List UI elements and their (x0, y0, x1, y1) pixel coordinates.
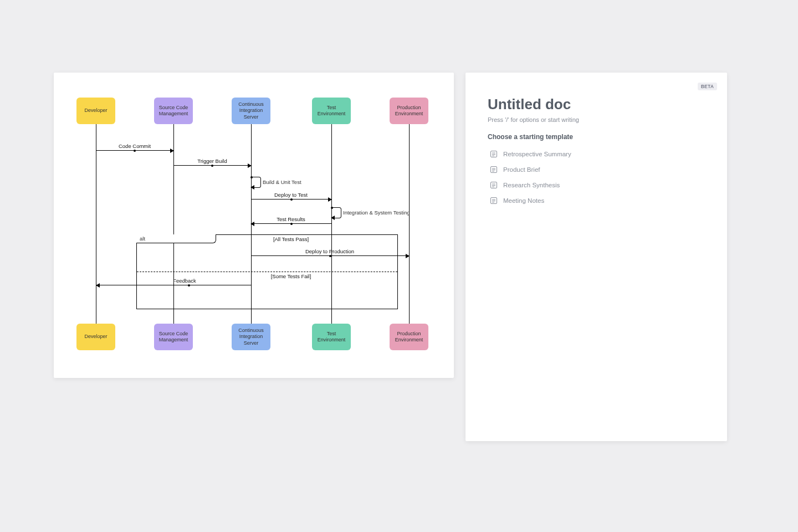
arrow-test-results (251, 223, 331, 224)
msg-feedback: Feedback (173, 278, 196, 284)
template-label: Meeting Notes (503, 197, 544, 204)
template-label: Product Brief (503, 166, 540, 173)
participant-developer-bottom[interactable]: Developer (76, 324, 115, 350)
msg-build-unit-test: Build & Unit Test (263, 179, 301, 185)
beta-badge: BETA (698, 83, 717, 90)
template-meeting-notes[interactable]: Meeting Notes (488, 193, 705, 208)
alt-branch-fail-label: [Some Tests Fail] (271, 273, 311, 279)
selfloop-build-unit-test (252, 177, 261, 188)
msg-deploy-prod: Deploy to Production (305, 248, 354, 254)
template-research-synthesis[interactable]: Research Synthesis (488, 177, 705, 193)
msg-deploy-test: Deploy to Test (274, 192, 308, 198)
sequence-diagram: Developer Source Code Management Continu… (65, 84, 442, 366)
alt-block: alt (136, 234, 398, 309)
template-label: Retrospective Summary (503, 151, 571, 157)
participant-ci-top[interactable]: Continuous Integration Server (232, 98, 270, 124)
document-icon (490, 150, 498, 158)
arrow-deploy-test (251, 199, 331, 200)
lifeline-prod (409, 124, 410, 324)
arrow-code-commit (96, 150, 173, 151)
participant-prod-top[interactable]: Production Environment (390, 98, 428, 124)
msg-test-results: Test Results (277, 216, 305, 222)
document-icon (490, 166, 498, 173)
template-list: Retrospective Summary Product Brief Rese… (488, 146, 705, 208)
alt-branch-pass-label: [All Tests Pass] (273, 236, 309, 242)
arrow-feedback (96, 285, 251, 285)
participant-label: Continuous Integration Server (233, 328, 269, 346)
participant-label: Developer (84, 334, 107, 340)
msg-integration-testing: Integration & System Testing (343, 209, 410, 216)
document-icon (490, 181, 498, 189)
msg-code-commit: Code Commit (119, 143, 151, 149)
selfloop-integration-testing (332, 207, 341, 218)
template-product-brief[interactable]: Product Brief (488, 162, 705, 177)
template-label: Research Synthesis (503, 182, 560, 188)
participant-label: Production Environment (391, 105, 427, 117)
participant-label: Production Environment (391, 331, 427, 344)
alt-tag: alt (136, 234, 216, 243)
participant-label: Test Environment (313, 331, 350, 344)
participant-test-top[interactable]: Test Environment (312, 98, 351, 124)
lifeline-developer (96, 124, 96, 324)
document-icon (490, 197, 498, 204)
participant-developer-top[interactable]: Developer (76, 98, 115, 124)
diagram-canvas-panel[interactable]: Developer Source Code Management Continu… (54, 73, 454, 378)
participant-label: Source Code Management (155, 105, 192, 117)
participant-prod-bottom[interactable]: Production Environment (390, 324, 428, 350)
participant-label: Developer (84, 108, 107, 114)
participant-label: Continuous Integration Server (233, 101, 269, 120)
doc-panel[interactable]: BETA Untitled doc Press '/' for options … (466, 73, 727, 441)
msg-trigger-build: Trigger Build (197, 158, 227, 164)
template-retrospective[interactable]: Retrospective Summary (488, 146, 705, 162)
alt-tag-label: alt (140, 236, 145, 242)
arrow-trigger-build (173, 165, 251, 166)
participant-label: Source Code Management (155, 331, 192, 344)
participant-test-bottom[interactable]: Test Environment (312, 324, 351, 350)
participant-label: Test Environment (313, 105, 350, 117)
participant-scm-bottom[interactable]: Source Code Management (154, 324, 193, 350)
arrow-deploy-prod (251, 255, 409, 256)
participant-ci-bottom[interactable]: Continuous Integration Server (232, 324, 270, 350)
doc-title[interactable]: Untitled doc (488, 96, 705, 113)
choose-template-heading: Choose a starting template (488, 133, 705, 141)
alt-divider (137, 272, 397, 272)
doc-hint: Press '/' for options or start writing (488, 116, 705, 123)
participant-scm-top[interactable]: Source Code Management (154, 98, 193, 124)
